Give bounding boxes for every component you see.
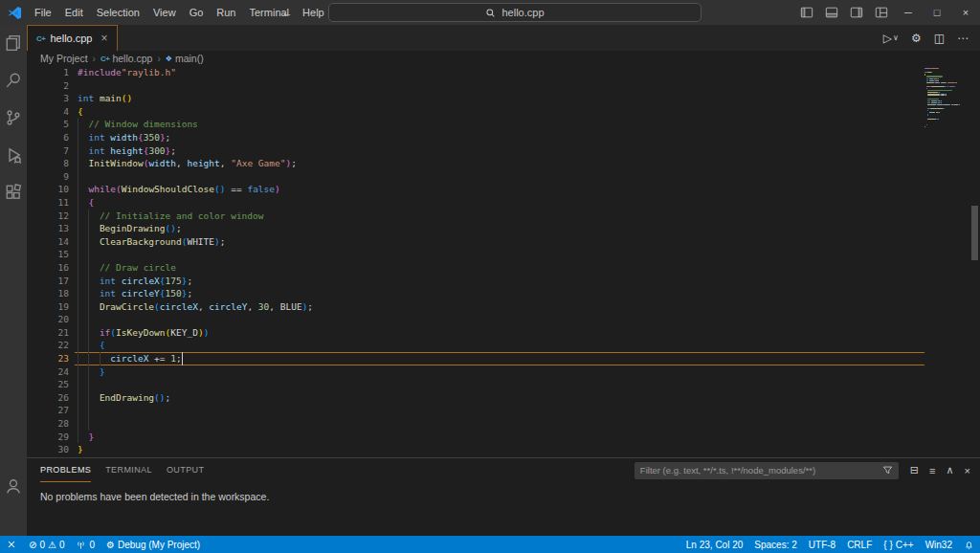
line-content[interactable]: if(IsKeyDown(KEY_D)) xyxy=(78,326,209,340)
language-indicator[interactable]: { } C++ xyxy=(878,536,919,553)
line-content[interactable]: } xyxy=(78,443,83,456)
line-content[interactable]: ClearBackground(WHITE); xyxy=(78,235,226,249)
eol-indicator[interactable]: CRLF xyxy=(841,536,878,553)
line-content[interactable]: // Draw circle xyxy=(78,261,176,275)
code-line-16[interactable]: 16 // Draw circle xyxy=(27,261,980,275)
line-content[interactable]: int height{300}; xyxy=(78,144,176,158)
panel-tab-problems[interactable]: PROBLEMS xyxy=(40,458,91,482)
code-line-23[interactable]: 23 circleX += 1; xyxy=(27,352,980,365)
tab-close-icon[interactable]: × xyxy=(101,32,108,45)
line-number[interactable]: 30 xyxy=(27,443,75,456)
ports-indicator[interactable]: 0 xyxy=(70,536,100,553)
editor[interactable]: 1#include"raylib.h"23int main()4{5 // Wi… xyxy=(27,66,980,457)
line-content[interactable]: circleX += 1; xyxy=(78,352,182,365)
forward-button[interactable]: → xyxy=(303,6,321,19)
cursor-position-indicator[interactable]: Ln 23, Col 20 xyxy=(680,536,749,553)
code-line-8[interactable]: 8 InitWindow(width, height, "Axe Game"); xyxy=(27,157,980,170)
menu-selection[interactable]: Selection xyxy=(90,0,146,25)
code-line-17[interactable]: 17 int circleX{175}; xyxy=(27,275,980,288)
line-content[interactable]: // Window dimensions xyxy=(78,118,198,131)
line-number[interactable]: 13 xyxy=(27,222,75,235)
line-number[interactable]: 18 xyxy=(27,287,75,300)
code-line-1[interactable]: 1#include"raylib.h" xyxy=(27,66,980,79)
line-number[interactable]: 19 xyxy=(27,300,75,314)
settings-gear-icon[interactable]: ⚙ xyxy=(911,32,922,45)
code-line-14[interactable]: 14 ClearBackground(WHITE); xyxy=(27,235,980,249)
notifications-bell[interactable] xyxy=(958,536,980,553)
problems-filter[interactable] xyxy=(635,462,899,479)
line-content[interactable]: while(WindowShouldClose() == false) xyxy=(78,183,280,196)
line-number[interactable]: 1 xyxy=(27,66,75,79)
line-content[interactable]: BeginDrawing(); xyxy=(78,222,182,235)
line-content[interactable]: } xyxy=(78,365,105,379)
line-content[interactable]: #include"raylib.h" xyxy=(78,66,176,79)
encoding-indicator[interactable]: UTF-8 xyxy=(803,536,841,553)
close-panel-icon[interactable]: × xyxy=(965,465,970,476)
line-number[interactable]: 5 xyxy=(27,118,75,131)
toggle-secondary-sidebar-icon[interactable] xyxy=(844,0,869,25)
line-number[interactable]: 26 xyxy=(27,391,75,405)
line-number[interactable]: 8 xyxy=(27,157,75,170)
back-button[interactable]: ← xyxy=(278,6,296,19)
line-number[interactable]: 23 xyxy=(27,352,75,365)
line-number[interactable]: 14 xyxy=(27,235,75,249)
code-line-3[interactable]: 3int main() xyxy=(27,92,980,105)
explorer-icon[interactable] xyxy=(4,33,23,53)
debug-config-indicator[interactable]: ⚙ Debug (My Project) xyxy=(100,536,206,553)
code-line-26[interactable]: 26 EndDrawing(); xyxy=(27,391,980,405)
code-line-18[interactable]: 18 int circleY{150}; xyxy=(27,287,980,300)
line-content[interactable]: { xyxy=(78,105,83,119)
line-content[interactable]: int circleY{150}; xyxy=(78,287,192,300)
line-content[interactable]: // Initialize and color window xyxy=(78,210,263,223)
minimize-button[interactable]: ─ xyxy=(894,0,923,25)
breadcrumb-symbol[interactable]: ❖ main() xyxy=(166,53,204,64)
line-content[interactable]: int width{350}; xyxy=(78,131,170,144)
collapse-all-icon[interactable]: ⊟ xyxy=(910,464,919,476)
customize-layout-icon[interactable] xyxy=(869,0,894,25)
code-line-10[interactable]: 10 while(WindowShouldClose() == false) xyxy=(27,183,980,196)
maximize-button[interactable]: □ xyxy=(923,0,951,25)
account-icon[interactable] xyxy=(4,476,23,496)
line-number[interactable]: 11 xyxy=(27,196,75,210)
split-editor-icon[interactable]: ◫ xyxy=(934,32,945,45)
line-number[interactable]: 20 xyxy=(27,313,75,326)
line-number[interactable]: 3 xyxy=(27,92,75,105)
search-view-icon[interactable] xyxy=(4,71,23,90)
line-content[interactable]: } xyxy=(78,431,94,444)
code-line-24[interactable]: 24 } xyxy=(27,365,980,379)
line-content[interactable]: DrawCircle(circleX, circleY, 30, BLUE); xyxy=(78,300,313,314)
code-line-6[interactable]: 6 int width{350}; xyxy=(27,131,980,144)
line-number[interactable]: 22 xyxy=(27,339,75,352)
line-number[interactable]: 27 xyxy=(27,404,75,417)
breadcrumb-project[interactable]: My Project xyxy=(40,53,88,64)
code-line-29[interactable]: 29 } xyxy=(27,431,980,444)
code-line-13[interactable]: 13 BeginDrawing(); xyxy=(27,222,980,235)
line-number[interactable]: 7 xyxy=(27,144,75,158)
command-center-search[interactable]: hello.cpp xyxy=(328,3,702,22)
panel-tab-terminal[interactable]: TERMINAL xyxy=(105,458,152,482)
indentation-indicator[interactable]: Spaces: 2 xyxy=(748,536,802,553)
problems-filter-input[interactable] xyxy=(640,465,878,476)
line-content[interactable]: { xyxy=(78,339,105,352)
line-content[interactable]: InitWindow(width, height, "Axe Game"); xyxy=(78,157,297,170)
menu-view[interactable]: View xyxy=(146,0,183,25)
code-line-2[interactable]: 2 xyxy=(27,79,980,93)
line-number[interactable]: 12 xyxy=(27,210,75,223)
line-number[interactable]: 28 xyxy=(27,417,75,431)
line-content[interactable]: int main() xyxy=(78,92,132,105)
more-actions-icon[interactable]: ⋯ xyxy=(957,32,969,45)
code-line-21[interactable]: 21 if(IsKeyDown(KEY_D)) xyxy=(27,326,980,340)
run-and-debug-icon[interactable] xyxy=(4,145,23,165)
menu-go[interactable]: Go xyxy=(183,0,211,25)
maximize-panel-icon[interactable]: ∧ xyxy=(947,464,954,476)
code-line-9[interactable]: 9 xyxy=(27,170,980,184)
run-file-button[interactable]: ▷ ∨ xyxy=(883,32,899,45)
code-line-27[interactable]: 27 xyxy=(27,404,980,417)
code-line-11[interactable]: 11 { xyxy=(27,196,980,210)
line-number[interactable]: 21 xyxy=(27,326,75,340)
code-line-15[interactable]: 15 xyxy=(27,248,980,261)
line-content[interactable]: { xyxy=(78,196,94,210)
minimap[interactable] xyxy=(924,66,967,457)
breadcrumb-file[interactable]: C+ hello.cpp xyxy=(100,53,152,64)
panel-tab-output[interactable]: OUTPUT xyxy=(167,458,204,482)
